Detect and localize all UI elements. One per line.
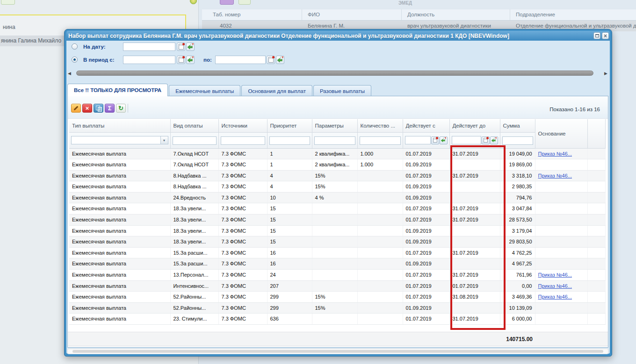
tab-monthly-payments[interactable]: Ежемесячные выплаты <box>169 85 240 96</box>
scroll-right-icon[interactable]: ▶ <box>604 71 607 76</box>
col-filler <box>587 119 605 148</box>
tab-one-time-payments[interactable]: Разовые выплаты <box>313 85 371 96</box>
table-row[interactable]: Ежемесячная выплата 18.За увели... 7.3 Ф… <box>69 203 605 214</box>
grid-panel: × Σ ↻ Показано 1-16 из 16 Тип выпла <box>67 96 608 348</box>
col-to[interactable]: Действует до <box>449 119 500 132</box>
col-kind[interactable]: Вид оплаты <box>170 119 218 132</box>
date-clear-icon[interactable] <box>490 136 498 144</box>
filter-type-input[interactable] <box>71 136 160 144</box>
restore-icon[interactable] <box>593 32 600 39</box>
radio-on-date[interactable] <box>72 43 78 50</box>
period-from-input[interactable] <box>123 56 175 64</box>
delete-icon[interactable]: × <box>82 104 92 113</box>
filter-params-input[interactable] <box>314 136 355 145</box>
column-header[interactable]: Должность <box>407 12 434 17</box>
calendar-icon[interactable] <box>431 136 439 144</box>
emed-label: ЭМЕД <box>398 0 412 6</box>
col-sum[interactable]: Сумма <box>500 119 535 132</box>
basis-link[interactable]: Приказ №46... <box>538 294 572 300</box>
date-clear-icon[interactable] <box>186 56 195 64</box>
filter-to-input[interactable] <box>452 136 481 144</box>
copy-icon[interactable] <box>94 104 103 113</box>
period-to-input[interactable] <box>215 56 266 64</box>
edit-icon[interactable] <box>71 104 81 113</box>
col-type[interactable]: Тип выплаты <box>69 119 170 132</box>
table-row[interactable]: Ежемесячная выплата 15.За расши... 7.3 Ф… <box>69 247 605 258</box>
column-header[interactable]: Подразделение <box>516 12 555 17</box>
col-basis[interactable]: Основание <box>535 119 587 148</box>
total-sum: 140715.00 <box>506 336 533 343</box>
table-row[interactable]: Ежемесячная выплата 7.Оклад НСОТ 7.3 ФОМ… <box>69 159 605 171</box>
table-row[interactable]: Ежемесячная выплата 24.Вредность 7.3 ФОМ… <box>69 192 605 203</box>
col-priority[interactable]: Приоритет <box>267 119 312 132</box>
filter-sum-input[interactable] <box>502 136 533 145</box>
column-header[interactable]: ФИО <box>308 12 320 17</box>
radio-period[interactable] <box>72 57 78 63</box>
on-date-label: На дату: <box>83 44 106 50</box>
tab-payment-bases[interactable]: Основания для выплат <box>241 85 312 96</box>
partial-button-green[interactable] <box>238 0 251 5</box>
on-date-input[interactable] <box>123 43 175 51</box>
col-from[interactable]: Действует с <box>403 119 449 132</box>
calendar-icon[interactable] <box>177 56 185 64</box>
partial-button-purple[interactable] <box>220 0 234 5</box>
bottom-scrollbar <box>67 349 608 354</box>
col-source[interactable]: Источники <box>218 119 267 132</box>
basis-link[interactable]: Приказ №46... <box>538 173 572 178</box>
status-text: Показано 1-16 из 16 <box>549 107 600 112</box>
period-to-label: по: <box>203 57 212 63</box>
scroll-left-icon[interactable]: ◀ <box>68 71 71 76</box>
horizontal-scrollbar: ◀ ▶ <box>67 70 609 77</box>
column-header[interactable]: Таб. номер <box>213 12 240 17</box>
table-row[interactable]: Ежемесячная выплата 23. Стимули... 7.3 Ф… <box>69 314 605 325</box>
employee-grid-header: Таб. номер ФИО Должность Подразделение <box>202 9 636 21</box>
table-row[interactable]: Ежемесячная выплата 18.За увели... 7.3 Ф… <box>69 214 605 226</box>
table-row[interactable]: Ежемесячная выплата 8.Надбавка ... 7.3 Ф… <box>69 170 605 181</box>
filter-kind-input[interactable] <box>173 136 217 145</box>
basis-link[interactable]: Приказ №46... <box>538 272 572 278</box>
calendar-icon[interactable] <box>177 43 185 51</box>
table-row[interactable]: Ежемесячная выплата 52.Районны... 7.3 ФО… <box>69 292 605 303</box>
filter-from-input[interactable] <box>405 136 431 144</box>
date-clear-icon[interactable] <box>186 43 195 51</box>
close-icon[interactable]: × <box>602 32 609 39</box>
partial-button[interactable] <box>1 0 15 5</box>
tab-all-view-only[interactable]: Все !! ТОЛЬКО ДЛЯ ПРОСМОТРА <box>67 84 168 96</box>
table-row[interactable]: Ежемесячная выплата 7.Оклад НСОТ 7.3 ФОМ… <box>69 148 605 159</box>
calendar-icon[interactable] <box>482 136 490 144</box>
sum-icon[interactable]: Σ <box>105 104 115 113</box>
window-titlebar[interactable]: Набор выплат сотрудника Белянина Г.М. вр… <box>66 31 610 41</box>
scrollbar-thumb[interactable] <box>76 71 593 76</box>
date-clear-icon[interactable] <box>440 136 448 144</box>
scrollbar-thumb[interactable] <box>72 350 603 353</box>
list-item[interactable]: нина <box>3 24 15 30</box>
basis-link[interactable]: Приказ №46... <box>538 151 572 157</box>
grid-toolbar: × Σ ↻ Показано 1-16 из 16 <box>68 96 608 119</box>
payments-grid: Тип выплаты Вид оплаты Источники Приорит… <box>69 119 606 325</box>
table-row[interactable]: Ежемесячная выплата 8.Надбавка ... 7.3 Ф… <box>69 181 605 193</box>
grid-body: Ежемесячная выплата 7.Оклад НСОТ 7.3 ФОМ… <box>69 148 605 325</box>
table-row[interactable]: Ежемесячная выплата 13.Персонал... 7.3 Ф… <box>69 270 605 281</box>
table-row[interactable]: Ежемесячная выплата 18.За увели... 7.3 Ф… <box>69 225 605 236</box>
filter-qty-input[interactable] <box>360 136 401 145</box>
refresh-icon[interactable]: ↻ <box>116 104 126 113</box>
window-title: Набор выплат сотрудника Белянина Г.М. вр… <box>66 33 592 39</box>
summary-row: 140715.00 <box>68 332 608 346</box>
chevron-down-icon[interactable]: ▼ <box>160 136 168 144</box>
period-from-label: В период с: <box>83 57 115 63</box>
table-row[interactable]: Ежемесячная выплата 18.За увели... 7.3 Ф… <box>69 236 605 248</box>
table-row[interactable]: Ежемесячная выплата Интенсивнос... 7.3 Ф… <box>69 280 605 292</box>
filter-priority-input[interactable] <box>269 136 310 145</box>
calendar-icon[interactable] <box>267 56 275 64</box>
col-qty[interactable]: Количество ... <box>357 119 403 132</box>
filter-source-input[interactable] <box>221 136 265 145</box>
payments-window: Набор выплат сотрудника Белянина Г.М. вр… <box>64 29 612 357</box>
table-row[interactable]: Ежемесячная выплата 52.Районны... 7.3 ФО… <box>69 302 605 314</box>
col-params[interactable]: Параметры <box>312 119 357 132</box>
table-row[interactable]: Ежемесячная выплата 15.За расши... 7.3 Ф… <box>69 258 605 270</box>
date-clear-icon[interactable] <box>276 56 284 64</box>
basis-link[interactable]: Приказ №46... <box>538 283 572 289</box>
tab-strip: Все !! ТОЛЬКО ДЛЯ ПРОСМОТРА Ежемесячные … <box>67 84 372 96</box>
